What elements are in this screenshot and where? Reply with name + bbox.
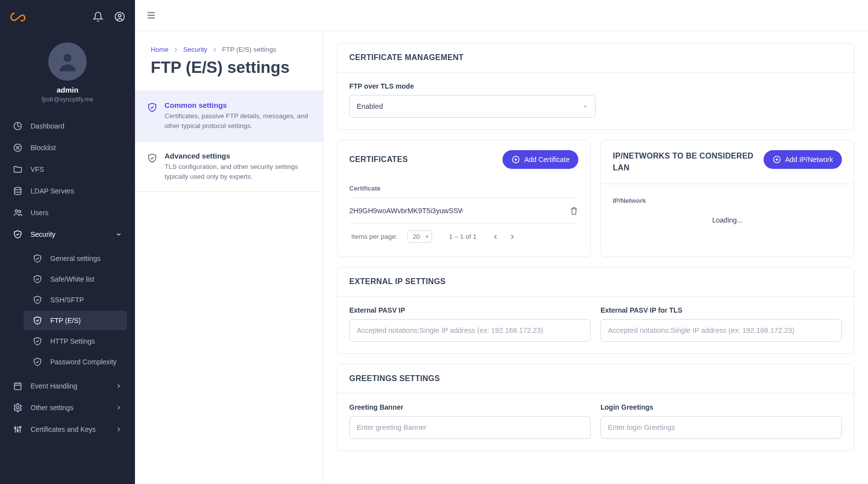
pasv-ip-label: External PASV IP — [349, 306, 591, 314]
nav-label: General settings — [50, 255, 100, 262]
svg-rect-8 — [14, 383, 21, 389]
avatar-icon — [48, 42, 87, 81]
nav-sub-safewhite[interactable]: Safe/White list — [24, 269, 127, 289]
card-certificate-management: CERTIFICATE MANAGEMENT FTP over TLS mode… — [337, 43, 854, 130]
login-greetings-label: Login Greetings — [601, 403, 842, 411]
ip-table-col: IP/Network — [613, 194, 842, 207]
svg-point-9 — [17, 407, 19, 409]
pasv-ip-input[interactable] — [349, 319, 591, 342]
nav-othersettings[interactable]: Other settings — [4, 397, 131, 418]
card-title: CERTIFICATE MANAGEMENT — [349, 53, 464, 62]
notifications-icon[interactable] — [93, 11, 103, 22]
breadcrumb-current: FTP (E/S) settings — [222, 46, 276, 53]
nav-eventhandling[interactable]: Event Handling — [4, 376, 131, 396]
card-greetings: GREETINGS SETTINGS Greeting Banner Login… — [337, 364, 854, 451]
svg-point-10 — [14, 427, 16, 429]
nav-sub-sshsftp[interactable]: SSH/SFTP — [24, 290, 127, 310]
trash-icon — [569, 206, 578, 215]
svg-point-1 — [118, 14, 121, 17]
content: Home Security FTP (E/S) settings FTP (E/… — [135, 31, 868, 484]
nav-dashboard[interactable]: Dashboard — [4, 116, 131, 136]
nav-label: VFS — [31, 165, 44, 173]
login-greetings-input[interactable] — [601, 416, 842, 439]
pasv-ip-tls-input[interactable] — [601, 319, 842, 342]
nav-label: Other settings — [31, 404, 73, 412]
tab-common-settings[interactable]: Common settings Certificates, passive FT… — [135, 91, 323, 142]
ip-loading-text: Loading... — [613, 207, 842, 227]
pager-next-button[interactable] — [508, 233, 516, 241]
main-topbar — [135, 0, 868, 31]
nav-label: Users — [31, 209, 49, 217]
card-title: IP/NETWORKS TO BE CONSIDERED LAN — [613, 150, 761, 174]
chevron-right-icon — [115, 426, 122, 433]
table-row: 2H9GH9woAWvbrMK9T5i3yuwSSWXim5InErtqcxQd — [349, 198, 578, 223]
cert-table-col: Certificate — [349, 179, 578, 198]
pager-prev-button[interactable] — [492, 233, 500, 241]
nav-certkeys[interactable]: Certificates and Keys — [4, 419, 131, 440]
tab-desc: TLS configuration, and other security se… — [165, 162, 311, 182]
nav-sub-http[interactable]: HTTP Settings — [24, 331, 127, 351]
nav-label: Blocklist — [31, 144, 56, 152]
breadcrumb: Home Security FTP (E/S) settings — [151, 46, 307, 53]
nav-blocklist[interactable]: Blocklist — [4, 137, 131, 158]
greeting-banner-label: Greeting Banner — [349, 403, 591, 411]
card-title: EXTERNAL IP SETTINGS — [349, 277, 446, 286]
nav-label: Certificates and Keys — [31, 425, 96, 433]
button-label: Add Certificate — [524, 156, 569, 163]
chevron-down-icon — [115, 231, 122, 238]
app-logo-icon — [10, 10, 26, 24]
tab-title: Common settings — [165, 101, 311, 109]
nav-ldap[interactable]: LDAP Servers — [4, 181, 131, 201]
card-title: GREETINGS SETTINGS — [349, 374, 440, 383]
nav-label: LDAP Servers — [31, 187, 74, 195]
nav-security-sub: General settings Safe/White list SSH/SFT… — [4, 246, 131, 376]
page-title: FTP (E/S) settings — [151, 58, 307, 77]
svg-point-6 — [15, 210, 18, 212]
card-ip-networks-lan: IP/NETWORKS TO BE CONSIDERED LAN Add IP/… — [601, 140, 854, 257]
pasv-ip-tls-label: External PASV IP for TLS — [601, 306, 842, 314]
paginator: Items per page: 20 1 – 1 of 1 — [349, 223, 578, 245]
chevron-right-icon — [211, 46, 218, 53]
per-page-select[interactable]: 20 — [407, 230, 432, 243]
delete-certificate-button[interactable] — [569, 206, 578, 215]
plus-circle-icon — [772, 155, 781, 164]
sidebar: admin fjodr@syncplify.me Dashboard Block… — [0, 0, 135, 484]
add-ip-network-button[interactable]: Add IP/Network — [764, 150, 842, 169]
nav-label: Event Handling — [31, 382, 77, 390]
svg-point-2 — [64, 54, 71, 62]
nav-label: Security — [31, 230, 56, 238]
nav-label: Safe/White list — [50, 275, 94, 283]
nav-vfs[interactable]: VFS — [4, 159, 131, 180]
tab-title: Advanced settings — [165, 152, 311, 160]
tls-mode-label: FTP over TLS mode — [349, 82, 842, 90]
nav-label: SSH/SFTP — [50, 296, 84, 304]
add-certificate-button[interactable]: Add Certificate — [502, 150, 578, 169]
card-external-ip: EXTERNAL IP SETTINGS External PASV IP Ex… — [337, 267, 854, 354]
chevron-right-icon — [172, 46, 179, 53]
left-panel: Home Security FTP (E/S) settings FTP (E/… — [135, 31, 323, 484]
nav-users[interactable]: Users — [4, 202, 131, 223]
breadcrumb-security[interactable]: Security — [183, 46, 207, 53]
nav-sub-general[interactable]: General settings — [24, 249, 127, 268]
tls-mode-value: Enabled — [357, 102, 383, 110]
per-page-label: Items per page: — [351, 233, 398, 240]
chevron-right-icon — [508, 233, 516, 241]
tab-advanced-settings[interactable]: Advanced settings TLS configuration, and… — [135, 142, 323, 193]
profile-email: fjodr@syncplify.me — [42, 96, 94, 103]
nav-sub-passwordcomplexity[interactable]: Password Complexity — [24, 352, 127, 372]
tls-mode-select[interactable]: Enabled — [349, 95, 596, 118]
breadcrumb-home[interactable]: Home — [151, 46, 168, 53]
greeting-banner-input[interactable] — [349, 416, 591, 439]
hamburger-icon[interactable] — [146, 10, 157, 21]
nav-sub-ftpes[interactable]: FTP (E/S) — [24, 311, 127, 330]
sidebar-nav: Dashboard Blocklist VFS LDAP Servers Use… — [0, 113, 135, 484]
nav-security[interactable]: Security — [4, 224, 131, 245]
chevron-right-icon — [115, 404, 122, 411]
shield-check-icon — [147, 153, 158, 163]
plus-circle-icon — [511, 155, 520, 164]
profile-username: admin — [57, 86, 78, 94]
nav-label: Password Complexity — [50, 358, 117, 366]
svg-point-7 — [19, 210, 21, 212]
user-circle-icon[interactable] — [114, 11, 125, 22]
button-label: Add IP/Network — [785, 156, 833, 163]
